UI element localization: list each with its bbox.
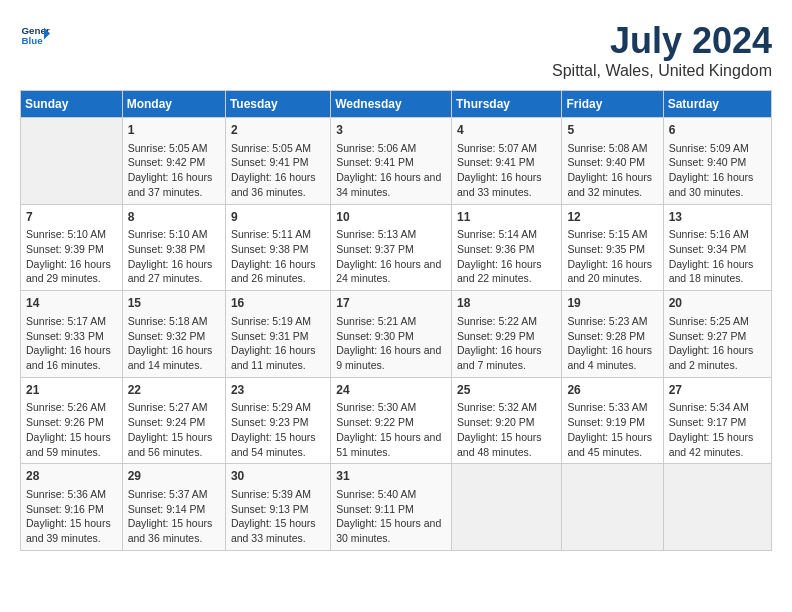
calendar-cell: 24Sunrise: 5:30 AM Sunset: 9:22 PM Dayli…: [331, 377, 452, 464]
day-number: 18: [457, 295, 556, 312]
day-number: 26: [567, 382, 657, 399]
calendar-cell: 30Sunrise: 5:39 AM Sunset: 9:13 PM Dayli…: [225, 464, 330, 551]
calendar-cell: 21Sunrise: 5:26 AM Sunset: 9:26 PM Dayli…: [21, 377, 123, 464]
cell-content: Sunrise: 5:34 AM Sunset: 9:17 PM Dayligh…: [669, 400, 766, 459]
calendar-week-5: 28Sunrise: 5:36 AM Sunset: 9:16 PM Dayli…: [21, 464, 772, 551]
header-monday: Monday: [122, 91, 225, 118]
logo-icon: General Blue: [20, 20, 50, 50]
cell-content: Sunrise: 5:14 AM Sunset: 9:36 PM Dayligh…: [457, 227, 556, 286]
calendar-cell: 1Sunrise: 5:05 AM Sunset: 9:42 PM Daylig…: [122, 118, 225, 205]
day-number: 8: [128, 209, 220, 226]
cell-content: Sunrise: 5:27 AM Sunset: 9:24 PM Dayligh…: [128, 400, 220, 459]
cell-content: Sunrise: 5:05 AM Sunset: 9:41 PM Dayligh…: [231, 141, 325, 200]
day-number: 12: [567, 209, 657, 226]
day-number: 29: [128, 468, 220, 485]
calendar-cell: 11Sunrise: 5:14 AM Sunset: 9:36 PM Dayli…: [451, 204, 561, 291]
calendar-cell: 9Sunrise: 5:11 AM Sunset: 9:38 PM Daylig…: [225, 204, 330, 291]
calendar-cell: 29Sunrise: 5:37 AM Sunset: 9:14 PM Dayli…: [122, 464, 225, 551]
calendar-cell: 12Sunrise: 5:15 AM Sunset: 9:35 PM Dayli…: [562, 204, 663, 291]
calendar-cell: 7Sunrise: 5:10 AM Sunset: 9:39 PM Daylig…: [21, 204, 123, 291]
day-number: 27: [669, 382, 766, 399]
day-number: 10: [336, 209, 446, 226]
cell-content: Sunrise: 5:25 AM Sunset: 9:27 PM Dayligh…: [669, 314, 766, 373]
day-number: 4: [457, 122, 556, 139]
calendar-week-1: 1Sunrise: 5:05 AM Sunset: 9:42 PM Daylig…: [21, 118, 772, 205]
calendar-cell: 3Sunrise: 5:06 AM Sunset: 9:41 PM Daylig…: [331, 118, 452, 205]
calendar-cell: 31Sunrise: 5:40 AM Sunset: 9:11 PM Dayli…: [331, 464, 452, 551]
day-number: 2: [231, 122, 325, 139]
cell-content: Sunrise: 5:32 AM Sunset: 9:20 PM Dayligh…: [457, 400, 556, 459]
page-header: General Blue July 2024 Spittal, Wales, U…: [20, 20, 772, 80]
cell-content: Sunrise: 5:13 AM Sunset: 9:37 PM Dayligh…: [336, 227, 446, 286]
calendar-cell: 8Sunrise: 5:10 AM Sunset: 9:38 PM Daylig…: [122, 204, 225, 291]
cell-content: Sunrise: 5:08 AM Sunset: 9:40 PM Dayligh…: [567, 141, 657, 200]
calendar-cell: 20Sunrise: 5:25 AM Sunset: 9:27 PM Dayli…: [663, 291, 771, 378]
calendar-week-3: 14Sunrise: 5:17 AM Sunset: 9:33 PM Dayli…: [21, 291, 772, 378]
calendar-cell: 27Sunrise: 5:34 AM Sunset: 9:17 PM Dayli…: [663, 377, 771, 464]
main-title: July 2024: [552, 20, 772, 62]
calendar-cell: 17Sunrise: 5:21 AM Sunset: 9:30 PM Dayli…: [331, 291, 452, 378]
cell-content: Sunrise: 5:29 AM Sunset: 9:23 PM Dayligh…: [231, 400, 325, 459]
day-number: 19: [567, 295, 657, 312]
logo: General Blue: [20, 20, 50, 50]
cell-content: Sunrise: 5:23 AM Sunset: 9:28 PM Dayligh…: [567, 314, 657, 373]
cell-content: Sunrise: 5:17 AM Sunset: 9:33 PM Dayligh…: [26, 314, 117, 373]
calendar-table: Sunday Monday Tuesday Wednesday Thursday…: [20, 90, 772, 551]
cell-content: Sunrise: 5:10 AM Sunset: 9:38 PM Dayligh…: [128, 227, 220, 286]
svg-text:Blue: Blue: [22, 35, 44, 46]
calendar-cell: [21, 118, 123, 205]
calendar-cell: 15Sunrise: 5:18 AM Sunset: 9:32 PM Dayli…: [122, 291, 225, 378]
day-number: 21: [26, 382, 117, 399]
calendar-cell: 26Sunrise: 5:33 AM Sunset: 9:19 PM Dayli…: [562, 377, 663, 464]
calendar-cell: 23Sunrise: 5:29 AM Sunset: 9:23 PM Dayli…: [225, 377, 330, 464]
calendar-cell: 14Sunrise: 5:17 AM Sunset: 9:33 PM Dayli…: [21, 291, 123, 378]
calendar-cell: 19Sunrise: 5:23 AM Sunset: 9:28 PM Dayli…: [562, 291, 663, 378]
day-number: 5: [567, 122, 657, 139]
calendar-cell: 2Sunrise: 5:05 AM Sunset: 9:41 PM Daylig…: [225, 118, 330, 205]
calendar-cell: [451, 464, 561, 551]
day-number: 24: [336, 382, 446, 399]
cell-content: Sunrise: 5:07 AM Sunset: 9:41 PM Dayligh…: [457, 141, 556, 200]
calendar-cell: 5Sunrise: 5:08 AM Sunset: 9:40 PM Daylig…: [562, 118, 663, 205]
header-sunday: Sunday: [21, 91, 123, 118]
calendar-cell: [663, 464, 771, 551]
calendar-cell: 28Sunrise: 5:36 AM Sunset: 9:16 PM Dayli…: [21, 464, 123, 551]
cell-content: Sunrise: 5:36 AM Sunset: 9:16 PM Dayligh…: [26, 487, 117, 546]
calendar-cell: 22Sunrise: 5:27 AM Sunset: 9:24 PM Dayli…: [122, 377, 225, 464]
day-number: 28: [26, 468, 117, 485]
cell-content: Sunrise: 5:11 AM Sunset: 9:38 PM Dayligh…: [231, 227, 325, 286]
cell-content: Sunrise: 5:16 AM Sunset: 9:34 PM Dayligh…: [669, 227, 766, 286]
day-number: 6: [669, 122, 766, 139]
cell-content: Sunrise: 5:22 AM Sunset: 9:29 PM Dayligh…: [457, 314, 556, 373]
cell-content: Sunrise: 5:18 AM Sunset: 9:32 PM Dayligh…: [128, 314, 220, 373]
header-saturday: Saturday: [663, 91, 771, 118]
day-number: 13: [669, 209, 766, 226]
day-number: 7: [26, 209, 117, 226]
day-number: 9: [231, 209, 325, 226]
calendar-week-4: 21Sunrise: 5:26 AM Sunset: 9:26 PM Dayli…: [21, 377, 772, 464]
calendar-cell: 18Sunrise: 5:22 AM Sunset: 9:29 PM Dayli…: [451, 291, 561, 378]
cell-content: Sunrise: 5:19 AM Sunset: 9:31 PM Dayligh…: [231, 314, 325, 373]
day-number: 15: [128, 295, 220, 312]
cell-content: Sunrise: 5:10 AM Sunset: 9:39 PM Dayligh…: [26, 227, 117, 286]
day-number: 14: [26, 295, 117, 312]
header-friday: Friday: [562, 91, 663, 118]
day-number: 3: [336, 122, 446, 139]
cell-content: Sunrise: 5:37 AM Sunset: 9:14 PM Dayligh…: [128, 487, 220, 546]
subtitle: Spittal, Wales, United Kingdom: [552, 62, 772, 80]
day-number: 23: [231, 382, 325, 399]
day-number: 16: [231, 295, 325, 312]
cell-content: Sunrise: 5:15 AM Sunset: 9:35 PM Dayligh…: [567, 227, 657, 286]
calendar-week-2: 7Sunrise: 5:10 AM Sunset: 9:39 PM Daylig…: [21, 204, 772, 291]
cell-content: Sunrise: 5:26 AM Sunset: 9:26 PM Dayligh…: [26, 400, 117, 459]
header-row: Sunday Monday Tuesday Wednesday Thursday…: [21, 91, 772, 118]
cell-content: Sunrise: 5:39 AM Sunset: 9:13 PM Dayligh…: [231, 487, 325, 546]
cell-content: Sunrise: 5:33 AM Sunset: 9:19 PM Dayligh…: [567, 400, 657, 459]
calendar-cell: 16Sunrise: 5:19 AM Sunset: 9:31 PM Dayli…: [225, 291, 330, 378]
day-number: 31: [336, 468, 446, 485]
header-tuesday: Tuesday: [225, 91, 330, 118]
cell-content: Sunrise: 5:30 AM Sunset: 9:22 PM Dayligh…: [336, 400, 446, 459]
day-number: 17: [336, 295, 446, 312]
calendar-cell: 4Sunrise: 5:07 AM Sunset: 9:41 PM Daylig…: [451, 118, 561, 205]
calendar-cell: [562, 464, 663, 551]
